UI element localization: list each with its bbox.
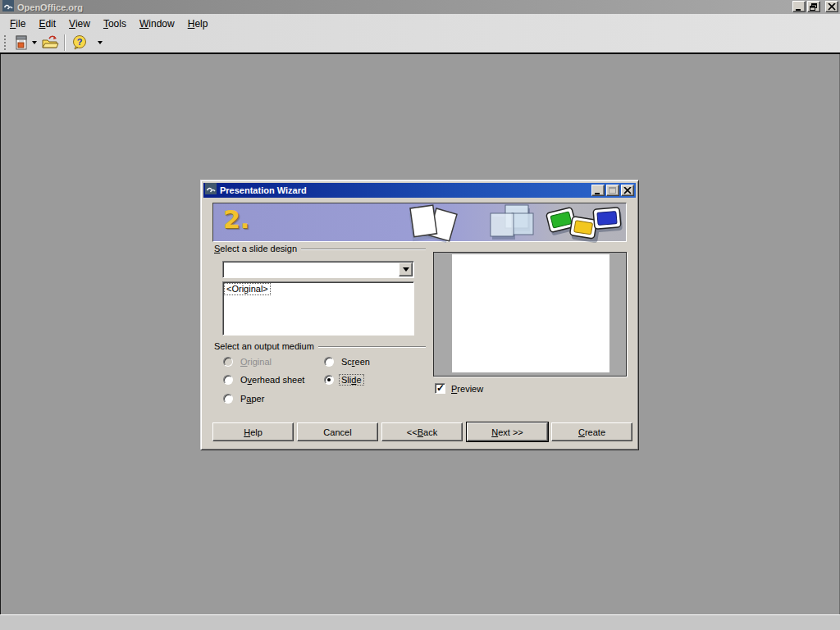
toolbar-separator (64, 34, 66, 51)
menu-edit[interactable]: Edit (32, 16, 62, 32)
help-icon[interactable]: ? (70, 33, 89, 52)
combobox-field[interactable] (222, 261, 414, 278)
radio-icon (324, 357, 334, 367)
group-divider (318, 346, 426, 348)
status-strip (0, 614, 840, 630)
slide-preview-page (452, 254, 609, 372)
output-medium-label: Select an output medium (214, 341, 318, 351)
help-button[interactable]: Help (212, 422, 294, 441)
dialog-close-button[interactable] (621, 185, 634, 196)
svg-text:?: ? (77, 37, 83, 47)
cancel-button[interactable]: Cancel (297, 422, 378, 441)
radio-slide[interactable]: Slide (324, 375, 363, 385)
radio-icon (223, 375, 233, 385)
next-button[interactable]: Next >> (467, 422, 548, 441)
open-document-icon[interactable] (40, 33, 60, 52)
transparencies-icon (484, 203, 538, 243)
menubar: File Edit View Tools Window Help (0, 14, 840, 33)
preview-checkbox-row[interactable]: Preview (435, 383, 483, 394)
menu-tools[interactable]: Tools (97, 16, 133, 32)
radio-paper[interactable]: Paper (223, 394, 266, 404)
dialog-titlebar[interactable]: Presentation Wizard (203, 183, 636, 198)
combobox-dropdown-button[interactable] (399, 262, 413, 276)
radio-icon (324, 375, 334, 385)
colored-slides-icon (543, 203, 625, 243)
create-button[interactable]: Create (551, 422, 632, 441)
menu-file[interactable]: File (3, 16, 32, 32)
app-restore-button[interactable] (807, 1, 820, 12)
toolbar-options-icon[interactable] (98, 41, 103, 44)
step-number: 2. (223, 205, 249, 234)
preview-checkbox[interactable] (435, 383, 445, 394)
toolbar: ? (0, 33, 840, 54)
radio-screen[interactable]: Screen (324, 357, 372, 367)
menu-view[interactable]: View (62, 16, 97, 32)
radio-icon (223, 357, 233, 367)
app-minimize-button[interactable] (792, 1, 806, 12)
menu-window[interactable]: Window (133, 16, 181, 32)
radio-overhead-sheet[interactable]: Overhead sheet (223, 375, 306, 385)
radio-icon (223, 394, 233, 404)
slide-design-listbox[interactable]: <Original> (222, 281, 414, 336)
preview-box (433, 252, 627, 377)
slide-design-combobox[interactable] (222, 261, 414, 278)
wizard-step-banner: 2. (212, 203, 627, 242)
blank-pages-icon (400, 203, 468, 243)
app-logo-icon[interactable] (2, 0, 14, 15)
radio-original[interactable]: Original (223, 357, 273, 367)
menu-help[interactable]: Help (181, 16, 215, 32)
new-document-icon[interactable] (11, 33, 31, 52)
dialog-body: 2. (203, 198, 637, 449)
preview-checkbox-label: Preview (451, 384, 483, 394)
app-close-button[interactable] (825, 1, 838, 12)
output-medium-group: Select an output medium (214, 341, 426, 351)
toolbar-drag-handle[interactable] (4, 35, 7, 50)
dialog-maximize-button[interactable] (606, 185, 619, 196)
app-title: OpenOffice.org (17, 2, 83, 12)
list-item[interactable]: <Original> (225, 284, 270, 294)
app-titlebar[interactable]: OpenOffice.org (0, 0, 840, 14)
dialog-logo-icon[interactable] (205, 183, 217, 198)
slide-design-group: Select a slide design (214, 244, 426, 253)
presentation-wizard-dialog: Presentation Wizard 2. (200, 180, 639, 450)
group-divider (301, 249, 426, 250)
screen: OpenOffice.org File Edit View Tools Wind (0, 0, 840, 630)
slide-design-label: Select a slide design (214, 244, 301, 253)
dialog-minimize-button[interactable] (591, 185, 605, 196)
chevron-down-icon (403, 267, 409, 272)
back-button[interactable]: << Back (381, 422, 463, 441)
dialog-title: Presentation Wizard (220, 185, 591, 195)
new-document-dropdown-icon[interactable] (32, 41, 37, 44)
